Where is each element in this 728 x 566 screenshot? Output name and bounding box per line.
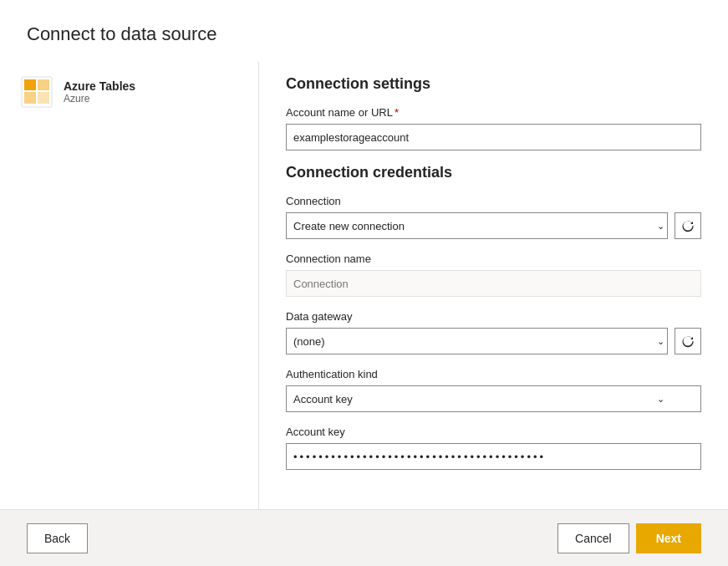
- back-button[interactable]: Back: [27, 523, 88, 553]
- svg-rect-2: [38, 79, 49, 90]
- connection-group: Connection Create new connectionUse exis…: [286, 195, 701, 239]
- footer-right: Cancel Next: [557, 523, 701, 553]
- data-gateway-select-wrapper: (none)Other gateway ⌄: [286, 328, 701, 354]
- connection-name-input[interactable]: [286, 270, 701, 297]
- required-indicator: *: [395, 106, 399, 119]
- connector-info: Azure Tables Azure: [64, 79, 135, 105]
- auth-kind-select-wrapper: Account keyShared Access Signature (SAS)…: [286, 385, 701, 412]
- refresh-icon: [681, 219, 695, 232]
- svg-rect-3: [24, 92, 36, 104]
- account-key-label: Account key: [286, 426, 701, 438]
- connector-name: Azure Tables: [64, 79, 135, 93]
- connection-name-group: Connection name: [286, 252, 701, 297]
- footer: Back Cancel Next: [0, 509, 728, 566]
- connector-item: Azure Tables Azure: [20, 75, 238, 109]
- page-title: Connect to data source: [0, 0, 728, 62]
- auth-kind-group: Authentication kind Account keyShared Ac…: [286, 368, 701, 412]
- connection-select[interactable]: Create new connectionUse existing connec…: [286, 212, 668, 239]
- connection-settings-title: Connection settings: [286, 75, 701, 93]
- connector-provider: Azure: [64, 93, 135, 105]
- account-name-input[interactable]: [286, 124, 701, 150]
- data-gateway-label: Data gateway: [286, 310, 701, 323]
- refresh-icon-gateway: [681, 334, 695, 348]
- auth-kind-select[interactable]: Account keyShared Access Signature (SAS)…: [286, 385, 701, 412]
- account-name-group: Account name or URL*: [286, 106, 701, 150]
- next-button[interactable]: Next: [636, 523, 701, 553]
- connection-select-wrapper: Create new connectionUse existing connec…: [286, 212, 701, 239]
- account-key-group: Account key: [286, 426, 701, 470]
- account-key-input[interactable]: [286, 443, 701, 470]
- svg-rect-4: [38, 92, 49, 104]
- footer-left: Back: [27, 523, 88, 553]
- credentials-section: Connection credentials Connection Create…: [286, 164, 701, 470]
- right-panel: Connection settings Account name or URL*…: [259, 62, 728, 509]
- account-name-label: Account name or URL*: [286, 106, 701, 119]
- credentials-title: Connection credentials: [286, 164, 701, 181]
- cancel-button[interactable]: Cancel: [557, 523, 629, 553]
- auth-kind-label: Authentication kind: [286, 368, 701, 380]
- connection-name-label: Connection name: [286, 252, 701, 265]
- data-gateway-select[interactable]: (none)Other gateway: [286, 328, 668, 354]
- connection-refresh-button[interactable]: [675, 212, 701, 239]
- data-gateway-refresh-button[interactable]: [675, 328, 701, 354]
- svg-rect-1: [24, 79, 36, 90]
- left-panel: Azure Tables Azure: [0, 62, 259, 509]
- azure-tables-icon: [20, 75, 53, 109]
- connection-label: Connection: [286, 195, 701, 207]
- data-gateway-group: Data gateway (none)Other gateway ⌄: [286, 310, 701, 354]
